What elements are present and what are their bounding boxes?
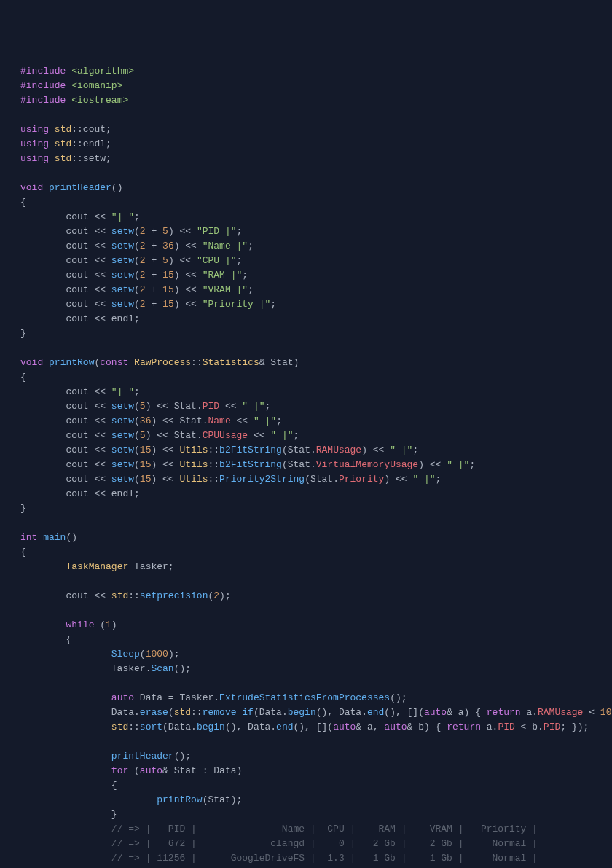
code-token: VirtualMemoryUsage	[316, 459, 418, 470]
code-token: (	[134, 459, 140, 470]
code-token: (Stat.	[305, 474, 339, 485]
code-token: 15	[162, 299, 174, 310]
code-token: setw	[111, 415, 134, 426]
code-line: {	[20, 778, 612, 793]
code-token: Tasker;	[128, 561, 173, 572]
code-token: ;	[248, 241, 254, 251]
code-token: (	[134, 474, 140, 485]
code-token: setw	[111, 270, 134, 281]
code-token: +	[146, 299, 162, 310]
code-token: 2	[213, 590, 219, 601]
code-line: // => | PID | Name | CPU | RAM | VRAM | …	[20, 822, 612, 837]
code-token: ::	[208, 459, 220, 470]
code-token	[128, 357, 134, 368]
code-token: (	[134, 415, 140, 426]
code-line: cout << setw(2 + 5) << "CPU |";	[20, 254, 612, 268]
code-line: Tasker.Scan();	[20, 662, 612, 676]
code-token: erase	[140, 707, 168, 718]
code-token: cout <<	[20, 445, 111, 455]
code-token: PID	[498, 722, 514, 732]
code-token: cout <<	[20, 474, 111, 485]
code-token: " |"	[390, 445, 412, 455]
code-token: ) << Stat.	[151, 415, 208, 426]
code-token: 15	[140, 445, 152, 455]
code-token: cout <<	[20, 226, 111, 237]
code-token: cout;	[83, 124, 111, 135]
code-token	[20, 853, 111, 864]
code-token: }	[20, 809, 117, 820]
code-token: {	[20, 547, 26, 558]
code-token: cout <<	[20, 386, 111, 397]
code-token: setw	[111, 459, 134, 470]
code-token: Scan	[151, 663, 173, 674]
code-token: (), Data.	[225, 722, 276, 732]
code-token: using	[20, 138, 49, 149]
code-token: cout <<	[20, 415, 111, 426]
code-token: Utils	[179, 474, 208, 485]
code-token: ) <<	[151, 459, 179, 470]
code-token: (	[134, 284, 140, 295]
code-token: setw	[111, 241, 134, 251]
code-token: ;	[265, 401, 271, 412]
code-line	[20, 166, 612, 181]
code-line: std::sort(Data.begin(), Data.end(), [](a…	[20, 720, 612, 735]
code-token: < b.	[515, 722, 544, 732]
code-token: ) <<	[168, 255, 197, 266]
code-line: cout << setw(15) << Utils::Priority2Stri…	[20, 472, 612, 487]
code-line: auto Data = Tasker.ExtrudeStatisticsFrom…	[20, 691, 612, 705]
code-line: while (1)	[20, 618, 612, 633]
code-token: setw	[111, 445, 134, 455]
code-token: return	[447, 722, 481, 732]
code-token: ) <<	[418, 459, 447, 470]
code-token: cout <<	[20, 241, 111, 251]
code-token	[20, 765, 111, 776]
code-line: {	[20, 195, 612, 210]
code-token: 2	[140, 255, 146, 266]
code-token: ) <<	[174, 270, 203, 281]
code-line: Sleep(1000);	[20, 647, 612, 662]
code-token: Data.	[20, 707, 140, 718]
code-line: using std::endl;	[20, 137, 612, 152]
code-line: cout << endl;	[20, 312, 612, 327]
code-token: ();	[174, 751, 191, 762]
code-token: (	[134, 255, 140, 266]
code-token: "Name |"	[203, 241, 248, 251]
code-token: RAMUsage	[316, 445, 361, 455]
code-token	[20, 824, 111, 834]
code-line: TaskManager Tasker;	[20, 560, 612, 574]
code-token	[20, 751, 111, 762]
code-token: cout <<	[20, 270, 111, 281]
code-token: (), Data.	[316, 707, 367, 718]
code-token	[20, 794, 157, 805]
code-token: ::	[208, 474, 220, 485]
code-token: ) <<	[151, 445, 179, 455]
code-token: ;	[248, 284, 254, 295]
code-token	[20, 561, 66, 572]
code-token: 5	[140, 430, 146, 441]
code-token: " |"	[447, 459, 469, 470]
code-block: #include <algorithm>#include <iomanip>#i…	[20, 64, 612, 868]
code-token: ;	[237, 255, 243, 266]
code-token: 2	[140, 226, 146, 237]
code-token: std	[111, 590, 128, 601]
code-token: const	[100, 357, 128, 368]
code-token: ;	[276, 415, 282, 426]
code-token	[20, 619, 66, 630]
code-token: (), [](	[384, 707, 424, 718]
code-token: ::	[71, 124, 83, 135]
code-line: {	[20, 370, 612, 385]
code-token: b2FitString	[219, 459, 282, 470]
code-line: // => | 11256 | GoogleDriveFS | 1.3 | 1 …	[20, 851, 612, 866]
code-token: ;	[237, 226, 243, 237]
code-line: cout << setw(15) << Utils::b2FitString(S…	[20, 458, 612, 472]
code-token: );	[219, 590, 231, 601]
code-line	[20, 735, 612, 749]
code-token: {	[20, 372, 26, 383]
code-token	[43, 357, 49, 368]
code-token: return	[487, 707, 521, 718]
code-token: 36	[140, 415, 152, 426]
code-token: }	[20, 328, 26, 339]
code-token: ;	[436, 474, 442, 485]
code-token: ) <<	[174, 241, 203, 251]
code-token: setw	[111, 226, 134, 237]
